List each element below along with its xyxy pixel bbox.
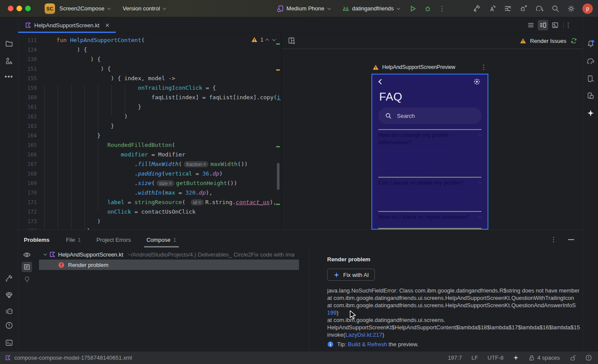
- line-number[interactable]: 164: [23, 131, 37, 140]
- logcat-icon[interactable]: [5, 308, 13, 315]
- fix-with-ai-button[interactable]: Fix with AI: [327, 269, 375, 281]
- code-line[interactable]: 161 }: [18, 102, 281, 112]
- attach-debugger-icon[interactable]: [519, 4, 528, 13]
- code-line[interactable]: 167 .fillMaxWidth(fraction =maxWidth()): [18, 159, 281, 169]
- prev-problem-icon[interactable]: [265, 39, 269, 42]
- code-line[interactable]: 151 ) {: [18, 64, 281, 74]
- code-line[interactable]: 164 }: [18, 131, 281, 140]
- gradle-tool-icon[interactable]: [586, 57, 595, 65]
- code-line[interactable]: 160 faqList[index] = faqList[index].copy…: [18, 93, 281, 102]
- preview-eye-icon[interactable]: [23, 252, 31, 258]
- code-line[interactable]: 130 ) {: [18, 55, 281, 64]
- line-number[interactable]: 160: [23, 93, 37, 102]
- chevron-down-icon[interactable]: [43, 252, 47, 255]
- problems-issue-row[interactable]: Render problem: [39, 260, 299, 270]
- minimize-window-button[interactable]: [16, 6, 22, 11]
- search-icon[interactable]: [551, 4, 560, 13]
- line-number[interactable]: 155: [23, 74, 37, 83]
- tab-project-errors[interactable]: Project Errors: [96, 237, 130, 243]
- history-list-icon[interactable]: [504, 4, 512, 13]
- line-number[interactable]: 165: [23, 140, 37, 150]
- project-tool-icon[interactable]: [5, 40, 13, 48]
- editor-view-mode-design-icon[interactable]: [550, 20, 560, 30]
- resource-manager-icon[interactable]: [5, 57, 13, 65]
- status-file-name[interactable]: compose-compose-model-1758748140651.xml: [14, 354, 132, 361]
- line-number[interactable]: 174: [23, 226, 37, 230]
- line-number[interactable]: 168: [23, 169, 37, 179]
- editor-mark-green[interactable]: [276, 204, 280, 205]
- device-manager-icon[interactable]: [587, 75, 595, 83]
- code-line[interactable]: 159 onTrailingIconClick = {: [18, 83, 281, 93]
- render-issues-label[interactable]: Render Issues: [530, 38, 566, 44]
- line-separator[interactable]: LF: [471, 354, 478, 361]
- quick-fix-bulb-icon[interactable]: [24, 276, 30, 283]
- editor-mark-green[interactable]: [276, 43, 280, 45]
- project-icon[interactable]: SC: [45, 3, 55, 14]
- close-tab-icon[interactable]: ✕: [105, 22, 110, 29]
- problems-file-row[interactable]: HelpAndSupportScreen.kt ~/AndroidStudioP…: [36, 249, 327, 260]
- close-window-button[interactable]: [8, 6, 13, 11]
- gemini-sparkle-icon[interactable]: [587, 109, 595, 117]
- tab-compose[interactable]: Compose1: [146, 237, 176, 243]
- preview-layout-grid-icon[interactable]: [288, 37, 296, 45]
- code-line[interactable]: 169 .size(size =getButtonHeight()): [18, 179, 281, 188]
- code-line[interactable]: 172 onClick = contactUsOnClick: [18, 207, 281, 217]
- editor-view-mode-code-icon[interactable]: [526, 20, 536, 30]
- vcs-widget[interactable]: Version control: [123, 5, 165, 12]
- code-line[interactable]: 166 modifier = Modifier: [18, 150, 281, 159]
- gradle-sync-icon[interactable]: [535, 4, 544, 13]
- indent-config[interactable]: 4 spaces: [528, 354, 560, 361]
- code-line[interactable]: 111 fun HelpAndSupportContent(: [18, 36, 281, 45]
- ai-status-sparkle-icon[interactable]: [513, 355, 519, 361]
- line-number[interactable]: 162: [23, 112, 37, 121]
- notifications-bell-icon[interactable]: [587, 40, 595, 49]
- code-line[interactable]: 163 }: [18, 121, 281, 131]
- code-line[interactable]: 168 .padding(vertical = 36.dp): [18, 169, 281, 179]
- code-line[interactable]: 165 RoundedFilledButton(: [18, 140, 281, 150]
- code-editor[interactable]: 111 fun HelpAndSupportContent(124 ) {130…: [18, 33, 281, 230]
- maximize-window-button[interactable]: [25, 6, 31, 11]
- editor-tab[interactable]: HelpAndSupportScreen.kt ✕: [18, 17, 116, 33]
- hide-panel-icon[interactable]: [568, 239, 574, 240]
- panel-options-icon[interactable]: ⋮: [550, 236, 557, 244]
- editor-mark-green[interactable]: [276, 146, 280, 147]
- line-number[interactable]: 166: [23, 150, 37, 159]
- inspection-widget[interactable]: 1: [251, 36, 275, 43]
- editor-more-options-icon[interactable]: ⋮: [565, 21, 572, 29]
- editor-mark-warning[interactable]: [276, 69, 280, 71]
- app-quality-insights-icon[interactable]: [5, 291, 13, 299]
- run-configuration-selector[interactable]: datingandfriends: [342, 5, 399, 12]
- refresh-icon[interactable]: [570, 37, 577, 44]
- stack-trace-link[interactable]: LazyDsl.kt:217: [345, 332, 382, 338]
- code-line[interactable]: 173 ): [18, 217, 281, 226]
- problems-window-title[interactable]: Problems: [24, 237, 49, 243]
- run-button[interactable]: [410, 5, 416, 12]
- code-line[interactable]: 155 ) { index, model ->: [18, 74, 281, 83]
- inspections-status-icon[interactable]: [585, 354, 592, 361]
- code-line[interactable]: 170 .widthIn(max = 320.dp),: [18, 188, 281, 198]
- project-selector[interactable]: Screen2Compose: [59, 5, 110, 12]
- line-number[interactable]: 151: [23, 64, 37, 74]
- debug-button[interactable]: [424, 5, 431, 12]
- settings-gear-icon[interactable]: [567, 4, 575, 13]
- preview-title-row[interactable]: HelpAndSupportScreenPreview ⋮: [373, 63, 487, 71]
- line-number[interactable]: 161: [23, 102, 37, 112]
- code-line[interactable]: 171 label = stringResource( id =R.string…: [18, 198, 281, 207]
- more-tool-windows-icon[interactable]: •••: [5, 73, 13, 81]
- build-run-icon[interactable]: [472, 4, 481, 13]
- code-line[interactable]: 174 }: [18, 226, 281, 230]
- problems-tool-icon[interactable]: [5, 322, 13, 329]
- line-number[interactable]: 170: [23, 188, 37, 198]
- open-details-view-button[interactable]: [22, 262, 32, 272]
- line-number[interactable]: 130: [23, 55, 37, 64]
- more-actions-button[interactable]: ⋮: [439, 5, 445, 13]
- caret-position[interactable]: 197:7: [448, 354, 462, 361]
- ai-actions-icon[interactable]: [488, 4, 497, 13]
- line-number[interactable]: 124: [23, 45, 37, 55]
- line-number[interactable]: 173: [23, 217, 37, 226]
- editor-scrollbar[interactable]: [277, 163, 280, 190]
- phone-preview-frame[interactable]: FAQ Search How do I change my profile in…: [371, 74, 488, 230]
- line-number[interactable]: 163: [23, 121, 37, 131]
- line-number[interactable]: 169: [23, 179, 37, 188]
- tab-file[interactable]: File1: [66, 237, 81, 243]
